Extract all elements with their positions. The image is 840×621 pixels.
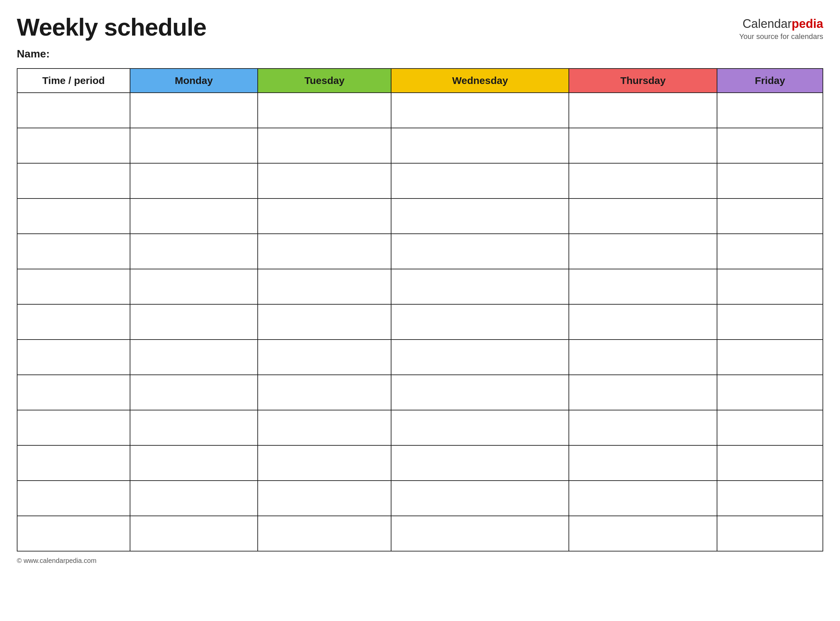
name-label: Name: [17,48,50,60]
cell-row5-col4[interactable] [569,269,717,304]
cell-row12-col0[interactable] [17,516,130,551]
logo-tagline: Your source for calendars [739,32,823,41]
cell-row3-col0[interactable] [17,198,130,234]
cell-row8-col1[interactable] [130,375,258,410]
cell-row2-col2[interactable] [258,163,391,198]
cell-row1-col1[interactable] [130,128,258,163]
cell-row0-col1[interactable] [130,93,258,128]
cell-row5-col1[interactable] [130,269,258,304]
cell-row7-col3[interactable] [391,339,569,375]
cell-row3-col1[interactable] [130,198,258,234]
cell-row5-col3[interactable] [391,269,569,304]
col-header-time: Time / period [17,68,130,93]
cell-row2-col4[interactable] [569,163,717,198]
cell-row12-col2[interactable] [258,516,391,551]
cell-row10-col5[interactable] [717,445,823,481]
cell-row8-col4[interactable] [569,375,717,410]
table-header-row: Time / period Monday Tuesday Wednesday T… [17,68,823,93]
table-row [17,375,823,410]
cell-row2-col3[interactable] [391,163,569,198]
cell-row5-col5[interactable] [717,269,823,304]
cell-row10-col3[interactable] [391,445,569,481]
table-row [17,128,823,163]
cell-row2-col1[interactable] [130,163,258,198]
col-header-thursday: Thursday [569,68,717,93]
col-header-tuesday: Tuesday [258,68,391,93]
cell-row12-col4[interactable] [569,516,717,551]
cell-row11-col3[interactable] [391,481,569,516]
cell-row7-col1[interactable] [130,339,258,375]
cell-row3-col5[interactable] [717,198,823,234]
table-row [17,516,823,551]
page-title: Weekly schedule [17,14,206,41]
cell-row12-col1[interactable] [130,516,258,551]
table-row [17,234,823,269]
cell-row9-col3[interactable] [391,410,569,445]
cell-row1-col2[interactable] [258,128,391,163]
cell-row6-col3[interactable] [391,304,569,339]
cell-row11-col0[interactable] [17,481,130,516]
cell-row7-col0[interactable] [17,339,130,375]
col-header-wednesday: Wednesday [391,68,569,93]
cell-row6-col5[interactable] [717,304,823,339]
cell-row10-col4[interactable] [569,445,717,481]
cell-row5-col2[interactable] [258,269,391,304]
cell-row7-col5[interactable] [717,339,823,375]
cell-row4-col4[interactable] [569,234,717,269]
cell-row8-col5[interactable] [717,375,823,410]
cell-row8-col3[interactable] [391,375,569,410]
cell-row11-col1[interactable] [130,481,258,516]
cell-row7-col2[interactable] [258,339,391,375]
cell-row6-col2[interactable] [258,304,391,339]
table-row [17,269,823,304]
cell-row12-col5[interactable] [717,516,823,551]
cell-row9-col0[interactable] [17,410,130,445]
logo-text: Calendarpedia [739,17,823,31]
table-row [17,445,823,481]
cell-row11-col5[interactable] [717,481,823,516]
cell-row2-col5[interactable] [717,163,823,198]
cell-row4-col3[interactable] [391,234,569,269]
cell-row1-col0[interactable] [17,128,130,163]
logo-calendar: Calendar [743,17,791,30]
cell-row1-col3[interactable] [391,128,569,163]
cell-row11-col2[interactable] [258,481,391,516]
cell-row10-col2[interactable] [258,445,391,481]
copyright-text: © www.calendarpedia.com [17,557,96,564]
cell-row4-col0[interactable] [17,234,130,269]
cell-row8-col0[interactable] [17,375,130,410]
table-row [17,163,823,198]
cell-row1-col5[interactable] [717,128,823,163]
cell-row12-col3[interactable] [391,516,569,551]
cell-row7-col4[interactable] [569,339,717,375]
col-header-monday: Monday [130,68,258,93]
cell-row3-col4[interactable] [569,198,717,234]
cell-row9-col5[interactable] [717,410,823,445]
cell-row1-col4[interactable] [569,128,717,163]
cell-row8-col2[interactable] [258,375,391,410]
cell-row10-col0[interactable] [17,445,130,481]
cell-row6-col4[interactable] [569,304,717,339]
cell-row9-col2[interactable] [258,410,391,445]
cell-row6-col0[interactable] [17,304,130,339]
cell-row0-col3[interactable] [391,93,569,128]
cell-row3-col3[interactable] [391,198,569,234]
logo-pedia: pedia [791,17,823,30]
cell-row0-col5[interactable] [717,93,823,128]
cell-row3-col2[interactable] [258,198,391,234]
cell-row6-col1[interactable] [130,304,258,339]
cell-row0-col0[interactable] [17,93,130,128]
cell-row4-col2[interactable] [258,234,391,269]
cell-row9-col4[interactable] [569,410,717,445]
col-header-friday: Friday [717,68,823,93]
cell-row0-col4[interactable] [569,93,717,128]
cell-row11-col4[interactable] [569,481,717,516]
cell-row0-col2[interactable] [258,93,391,128]
cell-row5-col0[interactable] [17,269,130,304]
cell-row4-col1[interactable] [130,234,258,269]
table-row [17,339,823,375]
cell-row4-col5[interactable] [717,234,823,269]
cell-row9-col1[interactable] [130,410,258,445]
cell-row2-col0[interactable] [17,163,130,198]
cell-row10-col1[interactable] [130,445,258,481]
